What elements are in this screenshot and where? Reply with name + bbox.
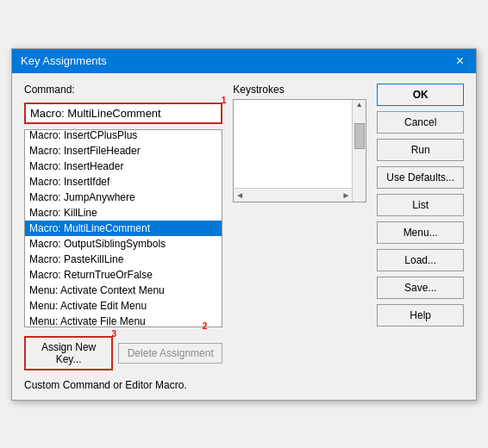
help-button[interactable]: Help — [377, 304, 464, 327]
menu-button[interactable]: Menu... — [377, 221, 464, 244]
command-input[interactable] — [24, 103, 222, 124]
badge-1: 1 — [222, 96, 227, 105]
list-item[interactable]: Macro: InsertHeader — [25, 159, 222, 174]
cancel-button[interactable]: Cancel — [377, 111, 464, 134]
list-button[interactable]: List — [377, 194, 464, 216]
use-defaults-button[interactable]: Use Defaults... — [377, 166, 464, 189]
dialog-content: Command: 1 Internal TestMacro: IfdefBogu… — [24, 84, 464, 370]
right-buttons: OK Cancel Run Use Defaults... List Menu.… — [377, 84, 464, 370]
assign-btn-wrapper: Assign New Key... 3 — [24, 336, 113, 370]
command-list-wrapper: Internal TestMacro: IfdefBogusMacro: Ifd… — [24, 129, 222, 327]
command-label: Command: — [24, 84, 222, 96]
keystroke-scrollbar[interactable]: ▲ — [352, 100, 366, 202]
list-item[interactable]: Macro: JumpAnywhere — [25, 190, 222, 205]
list-item[interactable]: Macro: InsertFileHeader — [25, 143, 222, 159]
save-button[interactable]: Save... — [377, 277, 464, 299]
keystroke-box[interactable]: ▲ ◄ ► — [233, 99, 366, 202]
list-item[interactable]: Macro: InsertIfdef — [25, 174, 222, 190]
dialog-body: Command: 1 Internal TestMacro: IfdefBogu… — [12, 73, 476, 400]
scroll-up-arrow[interactable]: ▲ — [353, 100, 366, 109]
title-bar: Key Assignments × — [12, 49, 476, 73]
command-list[interactable]: Internal TestMacro: IfdefBogusMacro: Ifd… — [24, 129, 222, 327]
keystroke-area: Keystrokes ▲ ◄ ► — [233, 84, 366, 202]
ok-button[interactable]: OK — [377, 84, 464, 106]
badge-2: 2 — [203, 321, 208, 331]
list-item[interactable]: Macro: OutputSiblingSymbols — [25, 236, 222, 252]
command-input-wrapper: 1 — [24, 103, 222, 124]
key-assignments-dialog: Key Assignments × Command: 1 Internal Te… — [11, 48, 477, 401]
middle-panel: Keystrokes ▲ ◄ ► — [233, 84, 366, 370]
left-panel: Command: 1 Internal TestMacro: IfdefBogu… — [24, 84, 222, 370]
list-item[interactable]: Macro: PasteKillLine — [25, 252, 222, 267]
dialog-title: Key Assignments — [21, 54, 107, 67]
list-item[interactable]: Menu: Activate Context Menu — [25, 283, 222, 298]
scroll-thumb[interactable] — [354, 123, 365, 149]
keystroke-hscroll[interactable]: ◄ ► — [234, 188, 352, 202]
delete-assignment-button[interactable]: Delete Assignment — [118, 343, 222, 364]
list-item[interactable]: Macro: ReturnTrueOrFalse — [25, 267, 222, 283]
list-item[interactable]: Macro: InsertCPlusPlus — [25, 129, 222, 143]
right-arrow[interactable]: ► — [341, 190, 350, 200]
assign-btn-row: Assign New Key... 3 Delete Assignment — [24, 336, 222, 370]
list-item[interactable]: Macro: KillLine — [25, 205, 222, 221]
close-button[interactable]: × — [453, 54, 467, 68]
list-item[interactable]: Menu: Activate Edit Menu — [25, 298, 222, 314]
status-text: Custom Command or Editor Macro. — [24, 379, 464, 391]
run-button[interactable]: Run — [377, 139, 464, 161]
badge-3: 3 — [112, 329, 117, 339]
list-item[interactable]: Macro: MultiLineComment — [25, 221, 222, 236]
load-button[interactable]: Load... — [377, 249, 464, 271]
list-item[interactable]: Menu: Activate File Menu — [25, 314, 222, 327]
left-arrow[interactable]: ◄ — [235, 190, 244, 200]
assign-new-key-button[interactable]: Assign New Key... — [24, 336, 113, 370]
keystrokes-label: Keystrokes — [233, 84, 366, 96]
